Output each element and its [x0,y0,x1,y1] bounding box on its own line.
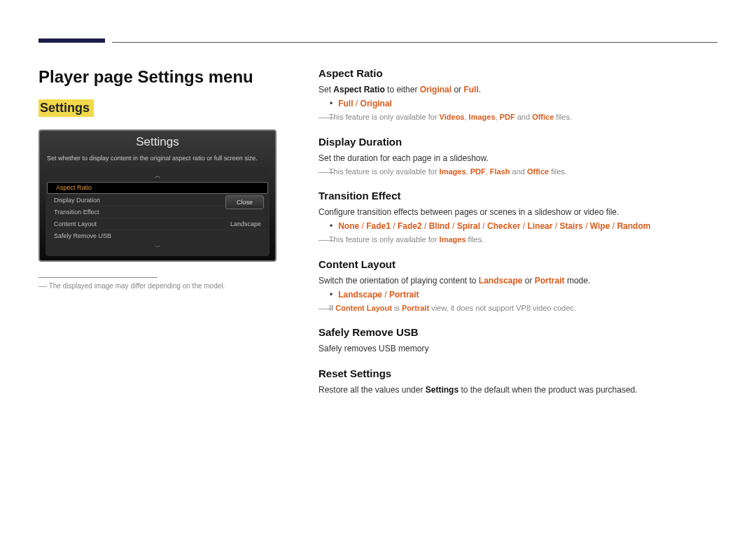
settings-screenshot: Settings Set whether to display content … [38,129,276,262]
chevron-down-icon: ﹀ [46,241,270,253]
section-reset-settings: Reset Settings Restore all the values un… [318,367,718,396]
desc-safely-remove-usb: Safely removes USB memory [318,342,718,355]
close-button: Close [225,195,264,209]
heading-aspect-ratio: Aspect Ratio [318,67,718,79]
options-content-layout: Landscape / Portrait [330,290,718,300]
menu-item-content-layout: Content Layout Landscape [46,218,270,230]
footnote: ―― The displayed image may differ depend… [38,282,276,290]
footnote-text: The displayed image may differ depending… [49,282,225,290]
panel-title: Settings [40,131,275,153]
desc-reset-settings: Restore all the values under Settings to… [318,384,718,396]
heading-transition-effect: Transition Effect [318,190,718,202]
header-rule [38,38,718,43]
section-safely-remove-usb: Safely Remove USB Safely removes USB mem… [318,326,718,355]
section-display-duration: Display Duration Set the duration for ea… [318,136,718,178]
desc-content-layout: Switch the orientation of playing conten… [318,274,718,287]
menu-value: Landscape [230,220,261,227]
heading-reset-settings: Reset Settings [318,367,718,379]
options-aspect-ratio: Full / Original [330,99,718,108]
heading-display-duration: Display Duration [318,136,718,148]
menu-label: Aspect Ratio [56,184,92,191]
desc-transition-effect: Configure transition effects between pag… [318,206,718,218]
desc-aspect-ratio: Set Aspect Ratio to either Original or F… [318,83,718,96]
menu-item-safely-remove-usb: Safely Remove USB [46,230,270,241]
section-transition-effect: Transition Effect Configure transition e… [318,190,718,246]
note-aspect-ratio: ―― This feature is only available for Vi… [318,111,718,123]
menu-label: Safely Remove USB [54,232,111,239]
options-transition-effect: None / Fade1 / Fade2 / Blind / Spiral / … [330,221,718,231]
menu-item-aspect-ratio: Aspect Ratio [47,182,268,194]
page-title: Player page Settings menu [38,67,276,87]
heading-content-layout: Content Layout [318,258,718,270]
footnote-dash: ―― [38,282,47,290]
footnote-rule [38,277,158,278]
rule-thin [112,42,718,43]
section-aspect-ratio: Aspect Ratio Set Aspect Ratio to either … [318,67,718,123]
note-display-duration: ―― This feature is only available for Im… [318,166,718,178]
note-transition-effect: ―― This feature is only available for Im… [318,234,718,246]
rule-thick [38,38,105,43]
subtitle-highlight: Settings [38,99,94,117]
heading-safely-remove-usb: Safely Remove USB [318,326,718,338]
menu-label: Display Duration [54,197,100,204]
chevron-up-icon: ︿ [46,170,270,182]
section-content-layout: Content Layout Switch the orientation of… [318,258,718,314]
note-content-layout: ―― If Content Layout is Portrait view, i… [318,302,718,314]
menu-list: Aspect Ratio Display Duration Transition… [46,182,270,241]
menu-label: Content Layout [54,220,97,227]
menu-label: Transition Effect [54,209,99,216]
panel-desc: Set whether to display content in the or… [40,153,275,167]
desc-display-duration: Set the duration for each page in a slid… [318,152,718,164]
